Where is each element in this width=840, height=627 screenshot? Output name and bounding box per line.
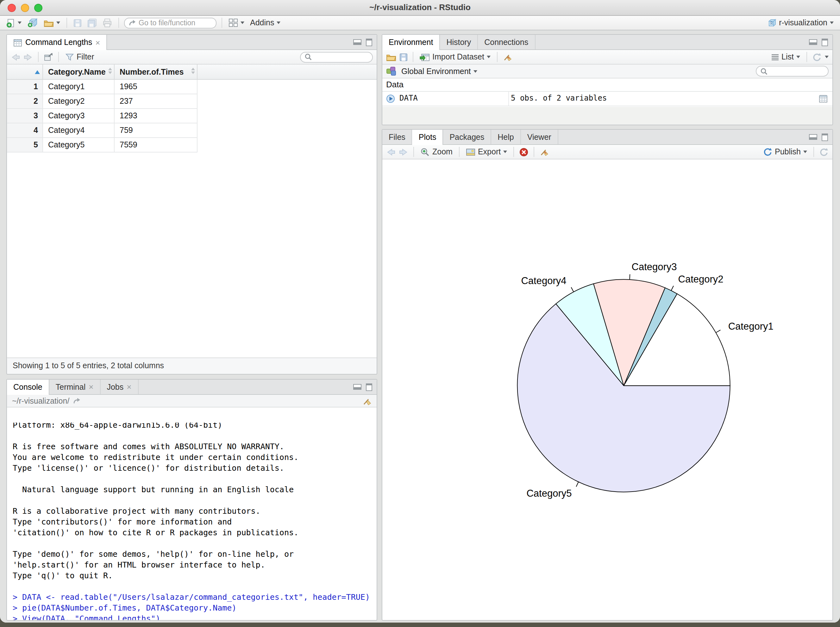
row-number-header[interactable] xyxy=(7,65,43,79)
refresh-icon[interactable] xyxy=(812,52,822,61)
maximize-pane-icon[interactable] xyxy=(822,133,828,141)
tab-packages[interactable]: Packages xyxy=(443,130,491,144)
environment-object-row[interactable]: DATA 5 obs. of 2 variables xyxy=(382,92,832,106)
console-line xyxy=(13,495,371,506)
save-button[interactable] xyxy=(72,18,83,28)
save-workspace-icon[interactable] xyxy=(399,53,407,61)
console-output[interactable]: Platform: x86_64-apple-darwin15.6.0 (64-… xyxy=(7,423,377,620)
tab-environment[interactable]: Environment xyxy=(382,35,440,50)
list-view-button[interactable]: List xyxy=(769,52,801,62)
tab-connections[interactable]: Connections xyxy=(478,35,535,49)
console-line: You are welcome to redistribute it under… xyxy=(13,452,371,463)
load-workspace-folder-icon[interactable] xyxy=(386,53,396,61)
close-icon[interactable] xyxy=(126,382,131,392)
remove-plot-icon[interactable] xyxy=(519,147,529,157)
goto-file-function-box[interactable] xyxy=(124,17,216,28)
viewer-search-input[interactable] xyxy=(314,53,368,61)
category-name-cell: Category1 xyxy=(43,80,115,94)
minimize-pane-icon[interactable] xyxy=(353,384,362,390)
environment-search-input[interactable] xyxy=(770,68,824,75)
project-menu-button[interactable]: R r-visualization xyxy=(766,18,835,28)
column-header-category-name[interactable]: Category.Name xyxy=(43,65,115,79)
print-button[interactable] xyxy=(101,18,113,28)
project-caret-icon xyxy=(830,22,834,24)
zoom-window-button[interactable] xyxy=(34,4,43,12)
popout-window-icon[interactable] xyxy=(44,52,53,61)
forward-icon[interactable] xyxy=(24,53,33,61)
clear-environment-broom-icon[interactable] xyxy=(503,52,512,61)
console-line: Natural language support but running in … xyxy=(13,484,371,495)
clear-console-broom-icon[interactable] xyxy=(362,396,371,405)
zoom-plot-button[interactable]: Zoom xyxy=(419,147,454,157)
tab-label: Help xyxy=(497,132,514,142)
data-viewer-pane: Command Lengths xyxy=(6,34,377,375)
times-cell: 1293 xyxy=(115,109,197,123)
publish-icon xyxy=(763,147,772,156)
save-all-icon xyxy=(87,18,97,27)
tab-help[interactable]: Help xyxy=(491,130,521,144)
environment-search-box[interactable] xyxy=(756,66,829,77)
close-window-button[interactable] xyxy=(8,4,16,12)
pie-label-tick xyxy=(630,274,630,280)
zoom-label: Zoom xyxy=(433,147,453,156)
environment-scope-button[interactable]: Global Environment xyxy=(400,66,478,76)
tab-files[interactable]: Files xyxy=(382,130,412,144)
pie-label-Category1: Category1 xyxy=(728,321,774,332)
publish-button[interactable]: Publish xyxy=(761,147,808,157)
refresh-caret-icon[interactable] xyxy=(825,56,829,58)
next-plot-icon[interactable] xyxy=(399,148,408,156)
data-section-header: Data xyxy=(382,79,832,92)
tab-command-lengths[interactable]: Command Lengths xyxy=(7,35,107,50)
export-plot-button[interactable]: Export xyxy=(465,147,508,157)
times-cell: 759 xyxy=(115,123,197,138)
filter-button[interactable]: Filter xyxy=(64,52,96,62)
maximize-pane-icon[interactable] xyxy=(822,38,828,46)
environment-scope-row: Global Environment xyxy=(382,65,832,79)
minimize-window-button[interactable] xyxy=(21,4,29,12)
tab-terminal[interactable]: Terminal xyxy=(49,380,101,394)
list-caret-icon xyxy=(796,56,800,58)
console-line xyxy=(13,430,371,441)
expand-object-icon[interactable] xyxy=(386,94,395,103)
open-file-button[interactable] xyxy=(43,18,62,28)
save-all-button[interactable] xyxy=(86,18,98,28)
console-line: Type 'contributors()' for more informati… xyxy=(13,516,371,527)
refresh-plot-icon[interactable] xyxy=(819,147,829,156)
global-environment-icon xyxy=(386,66,396,76)
column-header-number-of-times[interactable]: Number.of.Times xyxy=(115,65,197,79)
previous-plot-icon[interactable] xyxy=(386,148,396,156)
search-icon xyxy=(760,68,768,75)
goto-arrow-icon xyxy=(128,19,136,26)
import-dataset-label: Import Dataset xyxy=(433,52,484,61)
minimize-pane-icon[interactable] xyxy=(353,39,362,45)
environment-pane: Environment History Connections xyxy=(382,34,833,125)
tab-viewer[interactable]: Viewer xyxy=(521,130,558,144)
workspace-panes-button[interactable] xyxy=(227,18,246,28)
console-command: > DATA <- read.table("/Users/lsalazar/co… xyxy=(13,592,371,602)
traffic-lights xyxy=(8,4,43,12)
viewer-tabbar: Command Lengths xyxy=(7,35,377,50)
maximize-pane-icon[interactable] xyxy=(366,383,372,391)
tab-plots[interactable]: Plots xyxy=(412,130,444,145)
goto-file-function-input[interactable] xyxy=(139,19,208,27)
tab-jobs[interactable]: Jobs xyxy=(100,380,138,394)
tab-history[interactable]: History xyxy=(440,35,478,49)
maximize-pane-icon[interactable] xyxy=(366,38,372,46)
new-file-button[interactable] xyxy=(5,17,23,28)
close-icon[interactable] xyxy=(88,382,93,392)
addins-button[interactable]: Addins xyxy=(249,18,282,28)
new-project-button[interactable]: R xyxy=(26,17,39,28)
tab-console[interactable]: Console xyxy=(7,380,49,395)
console-line: Type 'license()' or 'licence()' for dist… xyxy=(13,463,371,473)
clear-plots-broom-icon[interactable] xyxy=(539,147,549,156)
close-icon[interactable] xyxy=(95,38,100,47)
import-dataset-button[interactable]: Import Dataset xyxy=(418,52,492,62)
plots-toolbar: Zoom Export xyxy=(382,145,832,159)
back-icon[interactable] xyxy=(11,53,20,61)
minimize-pane-icon[interactable] xyxy=(809,39,817,45)
view-table-icon[interactable] xyxy=(818,94,828,103)
viewer-search-box[interactable] xyxy=(300,52,373,62)
goto-directory-icon[interactable] xyxy=(73,397,81,404)
plots-tabbar: Files Plots Packages Help Viewer xyxy=(382,130,832,145)
minimize-pane-icon[interactable] xyxy=(809,134,817,140)
